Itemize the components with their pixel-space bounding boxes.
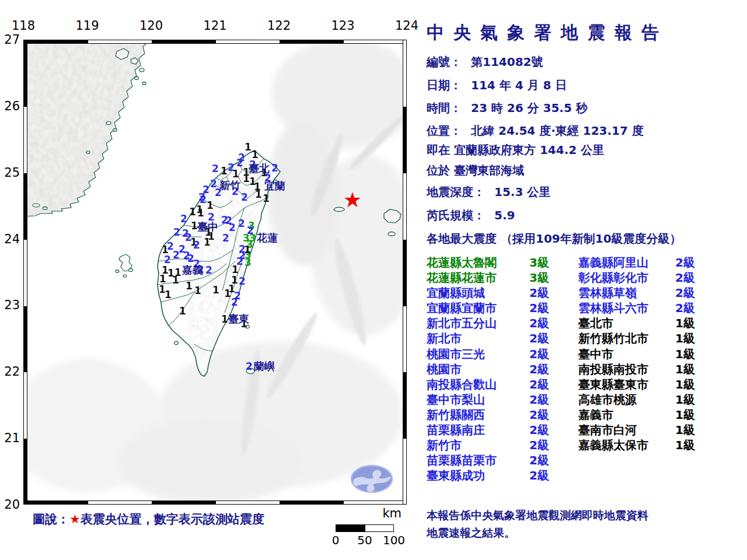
intensity-row: 臺北市1級 [578, 316, 695, 331]
intensity-level: 3級 [529, 256, 549, 270]
intensity-location: 苗栗縣苗栗市 [427, 453, 529, 468]
intensity-header: 各地最大震度 （採用109年新制10級震度分級） [427, 231, 682, 247]
report-magnitude-line: 芮氏規模：5.9 [427, 208, 515, 223]
intensity-level: 2級 [675, 301, 695, 315]
intensity-location: 臺北市 [578, 316, 675, 331]
intensity-location: 桃園市 [427, 362, 529, 377]
scalebar-tick: 100 [383, 533, 405, 547]
scalebar-unit: km [336, 506, 402, 520]
taiwan-map [23, 40, 407, 505]
intensity-level: 2級 [529, 301, 549, 315]
map-border-top [23, 40, 407, 44]
intensity-location: 新竹市 [427, 438, 529, 453]
intensity-location: 宜蘭縣頭城 [427, 285, 529, 301]
epicenter-star-icon: ★ [69, 512, 81, 526]
intensity-row: 嘉義縣太保市1級 [578, 438, 695, 453]
lat-tick: 21 [1, 431, 20, 445]
intensity-row: 桃園市三光2級 [427, 346, 549, 362]
intensity-level: 1級 [675, 423, 695, 437]
intensity-level: 1級 [675, 438, 695, 452]
scalebar-black-segment [336, 524, 365, 532]
intensity-row: 新竹市2級 [427, 438, 549, 453]
intensity-level: 2級 [529, 453, 549, 467]
intensity-column-left: 花蓮縣太魯閣3級花蓮縣花蓮市3級宜蘭縣頭城2級宜蘭縣宜蘭市2級新北市五分山2級新… [427, 255, 549, 483]
intensity-location: 臺中市 [578, 346, 675, 362]
page-title: 中央氣象署地震報告 [427, 21, 668, 45]
intensity-location: 花蓮縣花蓮市 [427, 270, 529, 286]
intensity-level: 1級 [675, 331, 695, 345]
report-depth-label: 地震深度： [427, 185, 485, 199]
report-location-line: 位置：北緯 24.54 度·東經 123.17 度 [427, 123, 644, 139]
lon-tick: 122 [267, 19, 291, 33]
report-time-label: 時間： [427, 101, 462, 115]
lon-tick: 121 [203, 19, 226, 33]
report-magnitude-value: 5.9 [494, 208, 515, 222]
report-depth-line: 地震深度：15.3 公里 [427, 184, 550, 200]
intensity-location: 臺中市梨山 [427, 392, 529, 408]
intensity-row: 新竹縣竹北市1級 [578, 331, 695, 346]
intensity-level: 2級 [529, 347, 549, 361]
intensity-row: 新北市五分山2級 [427, 316, 549, 331]
intensity-row: 高雄市桃源1級 [578, 392, 695, 407]
intensity-column-right: 嘉義縣阿里山2級彰化縣彰化市2級雲林縣草嶺2級雲林縣斗六市2級臺北市1級新竹縣竹… [578, 255, 695, 453]
intensity-row: 臺中市梨山2級 [427, 392, 549, 407]
legend-text: 表震央位置，數字表示該測站震度 [81, 512, 264, 526]
report-location-label: 位置： [427, 124, 462, 138]
map-frame [23, 40, 407, 505]
report-time-value: 23 時 26 分 35.5 秒 [471, 101, 588, 115]
intensity-row: 花蓮縣花蓮市3級 [427, 270, 549, 285]
intensity-location: 臺南市白河 [578, 422, 675, 438]
lat-tick: 26 [1, 99, 20, 113]
intensity-row: 臺東縣臺東市1級 [578, 377, 695, 392]
report-date-line: 日期：114 年 4 月 8 日 [427, 78, 567, 93]
lon-tick: 119 [75, 19, 99, 33]
map-border-right [403, 40, 407, 505]
intensity-location: 新北市 [427, 331, 529, 346]
earthquake-report-page: 1122212121121212211221222111122222111222… [0, 0, 747, 560]
lat-tick: 20 [1, 498, 20, 512]
intensity-row: 嘉義縣阿里山2級 [578, 255, 695, 270]
intensity-location: 苗栗縣南庄 [427, 422, 529, 438]
intensity-row: 花蓮縣太魯閣3級 [427, 255, 549, 270]
report-magnitude-label: 芮氏規模： [427, 208, 485, 222]
cwa-logo [351, 466, 392, 492]
intensity-level: 2級 [529, 286, 549, 300]
lon-tick: 120 [139, 19, 163, 33]
lon-tick: 124 [395, 19, 418, 33]
intensity-row: 新北市2級 [427, 331, 549, 346]
intensity-row: 南投縣合歡山2級 [427, 377, 549, 392]
intensity-row: 南投縣南投市1級 [578, 362, 695, 377]
scalebar-tick: 50 [357, 533, 372, 547]
intensity-location: 臺東縣成功 [427, 468, 529, 484]
intensity-row: 雲林縣草嶺2級 [578, 285, 695, 300]
intensity-row: 桃園市2級 [427, 362, 549, 377]
intensity-level: 2級 [675, 271, 695, 285]
intensity-level: 1級 [675, 408, 695, 422]
legend-prefix: 圖說： [33, 512, 69, 526]
intensity-location: 嘉義市 [578, 407, 675, 423]
intensity-level: 2級 [529, 362, 549, 376]
intensity-row: 嘉義市1級 [578, 407, 695, 422]
intensity-location: 南投縣合歡山 [427, 377, 529, 393]
intensity-level: 2級 [529, 316, 549, 330]
report-date-label: 日期： [427, 78, 462, 92]
intensity-level: 1級 [675, 393, 695, 407]
intensity-location: 雲林縣斗六市 [578, 300, 675, 316]
lon-tick: 118 [12, 19, 35, 33]
intensity-location: 彰化縣彰化市 [578, 270, 675, 286]
intensity-location: 新竹縣關西 [427, 407, 529, 423]
intensity-location: 新竹縣竹北市 [578, 331, 675, 346]
report-depth-value: 15.3 公里 [494, 185, 550, 199]
lat-tick: 23 [1, 298, 20, 312]
intensity-level: 2級 [529, 377, 549, 391]
scalebar-tick: 0 [332, 533, 340, 547]
report-number-value: 第114082號 [471, 55, 543, 69]
intensity-row: 臺南市白河1級 [578, 422, 695, 438]
report-number-line: 編號：第114082號 [427, 54, 543, 70]
intensity-row: 苗栗縣苗栗市2級 [427, 453, 549, 468]
footer-line-1: 本報告係中央氣象署地震觀測網即時地震資料 [427, 508, 648, 523]
report-region-line: 位於 臺灣東部海域 [427, 163, 524, 178]
report-time-line: 時間：23 時 26 分 35.5 秒 [427, 100, 588, 116]
footer-line-2: 地震速報之結果。 [427, 526, 515, 541]
intensity-level: 2級 [529, 408, 549, 422]
